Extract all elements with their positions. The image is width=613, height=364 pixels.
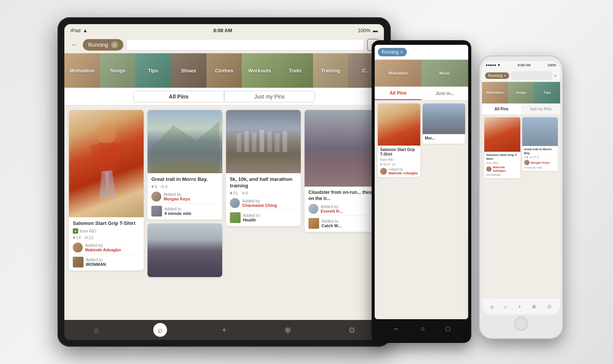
category-motivation-bg: Motivation xyxy=(64,53,100,88)
android-cat-music[interactable]: Music xyxy=(421,60,468,87)
pin-card-marathon[interactable]: 5k, 10k, and half marathon training ♥ 51… xyxy=(226,110,301,226)
pin-card-trail[interactable]: Great trail in Morro Bay. ♥ 9 ⟳ 4 Added … xyxy=(148,110,222,220)
svg-rect-17 xyxy=(283,131,287,152)
android-bottom-nav: ← ○ □ xyxy=(375,319,468,338)
android-grid: Salomon Start Grip T-Shirt from REI ♥ 33… xyxy=(375,100,468,319)
android-card-mor[interactable]: Mor... xyxy=(423,103,465,144)
scene: iPad ▲ 8:08 AM 100% ▬ ← Running × xyxy=(38,10,575,354)
pin-adder-marathon: Added by Charmaine Ching xyxy=(230,198,297,208)
pin-board-trail: Added to 4 minute mile xyxy=(151,203,218,216)
board-info-marathon: Added to Health xyxy=(243,213,260,222)
iphone-search-button[interactable]: ⌕ xyxy=(504,303,507,310)
board-thumb-road xyxy=(308,218,319,229)
android-tab-just-my[interactable]: Just m... xyxy=(421,87,468,100)
home-button[interactable]: ⌂ xyxy=(89,323,103,337)
iphone-adder-name-tshirt: Makinde Adeagbo xyxy=(493,166,518,172)
iphone-plus-button[interactable]: + xyxy=(554,72,557,79)
iphone-card-tshirt[interactable]: Salomon Start Grip T-Shirt from REI Maki… xyxy=(484,117,520,178)
iphone-adder-name-trail: Morgan Keys xyxy=(531,161,550,164)
url-input[interactable] xyxy=(126,39,364,51)
category-tips[interactable]: Tips xyxy=(135,53,171,88)
iphone-home-button[interactable]: ⌂ xyxy=(490,303,493,310)
iphone-physical-home-button[interactable] xyxy=(514,317,528,331)
pin-repins-trail: ⟳ 4 xyxy=(161,184,167,189)
android-card-stats-tshirt: ♥ 33 ⟳ 12 xyxy=(380,162,418,166)
category-motivation[interactable]: Motivation xyxy=(64,53,100,88)
category-songs[interactable]: Songs xyxy=(100,53,136,88)
iphone-cat-motivation[interactable]: Motivation xyxy=(482,82,508,103)
category-clothes[interactable]: Clothes xyxy=(207,53,242,88)
pin-likes-trail: ♥ 9 xyxy=(151,184,157,189)
category-shoes[interactable]: Shoes xyxy=(171,53,207,88)
android-device: Running × Motivation Music All Pins xyxy=(372,40,471,343)
tablet-screen: iPad ▲ 8:08 AM 100% ▬ ← Running × xyxy=(64,24,384,340)
pin-info-marathon: 5k, 10k, and half marathon training ♥ 51… xyxy=(226,173,301,226)
tab-just-my-pins[interactable]: Just my Pins xyxy=(224,91,315,102)
iphone-tab-all-pins[interactable]: All Pins xyxy=(482,103,521,115)
iphone-col-1: Salomon Start Grip T-Shirt from REI Maki… xyxy=(484,117,520,295)
add-button[interactable]: + xyxy=(217,323,231,337)
iphone-activity-button[interactable]: ⊕ xyxy=(532,303,536,310)
iphone-card-sub-tshirt: from REI xyxy=(486,161,518,165)
search-tag-pill[interactable]: Running × xyxy=(83,39,123,51)
search-tag-label: Running xyxy=(88,42,108,48)
pin-image-trail xyxy=(148,110,222,173)
board-info-trail: Added to 4 minute mile xyxy=(164,207,191,216)
profile-button[interactable]: ⊙ xyxy=(345,323,359,337)
close-tag-button[interactable]: × xyxy=(111,41,118,48)
tablet-statusbar: iPad ▲ 8:08 AM 100% ▬ xyxy=(64,24,384,36)
android-back-button[interactable]: ← xyxy=(393,325,400,333)
android-search-tag[interactable]: Running × xyxy=(378,48,407,56)
android-card-title-tshirt: Salomon Start Grip T-Shirt xyxy=(380,148,418,157)
iphone-board-trail: 4 minute mile xyxy=(524,166,556,169)
iphone-card-trail[interactable]: Great trail in Morro Bay. 4 ♥ 11 ⟳ 6 Mor… xyxy=(522,117,558,171)
pin-grid: Salomon Start Grip T-Shirt ▲ from REI ♥ … xyxy=(64,105,384,320)
iphone-add-button[interactable]: + xyxy=(518,303,521,310)
category-training[interactable]: Training xyxy=(313,53,349,88)
android-category-row: Motivation Music xyxy=(375,60,468,87)
android-tab-all-pins[interactable]: All Pins xyxy=(375,87,421,100)
category-workouts[interactable]: Workouts xyxy=(242,53,277,88)
pin-card-runner2[interactable] xyxy=(148,223,222,277)
adder-info-trail: Added by Morgan Keys xyxy=(164,192,190,201)
android-col-2: Mor... xyxy=(423,103,465,316)
category-trails[interactable]: Trails xyxy=(277,53,313,88)
iphone-search-input[interactable] xyxy=(511,71,552,80)
tab-all-pins[interactable]: All Pins xyxy=(133,91,224,102)
statusbar-right: 100% ▬ xyxy=(358,28,378,33)
search-button[interactable]: ⌕ xyxy=(153,323,167,337)
pin-adder-trail: Added by Morgan Keys xyxy=(151,192,218,202)
android-menu-button[interactable]: □ xyxy=(446,325,450,333)
pin-info-road: Cloudster from on-run... these on the tr… xyxy=(305,187,379,232)
iphone-search-tag[interactable]: Running × xyxy=(485,72,509,79)
iphone-cat-songs[interactable]: Songs xyxy=(508,82,534,103)
back-button[interactable]: ← xyxy=(69,39,80,50)
pin-card-road[interactable]: Cloudster from on-run... these on the tr… xyxy=(305,110,379,232)
android-card-info-mor: Mor... xyxy=(423,134,465,144)
iphone-tab-just-my[interactable]: Just my Pins xyxy=(521,103,560,115)
board-thumb-marathon xyxy=(230,212,241,223)
android-card-tshirt[interactable]: Salomon Start Grip T-Shirt from REI ♥ 33… xyxy=(378,103,420,177)
android-cat-motivation[interactable]: Motivation xyxy=(375,60,421,87)
adder-info-marathon: Added by Charmaine Ching xyxy=(242,198,277,208)
battery-percent: 100% xyxy=(358,28,370,33)
svg-rect-13 xyxy=(252,132,257,152)
android-pin-image-mor xyxy=(423,103,465,134)
adder-avatar xyxy=(73,243,83,253)
android-urlbar: Running × xyxy=(375,45,468,60)
android-adder-text-tshirt: Added by Makinde Adeagbo xyxy=(388,167,418,175)
category-trails-bg: Trails xyxy=(277,53,313,88)
iphone-urlbar: Running × + xyxy=(482,69,560,82)
pin-board-road: Added to Catch M... xyxy=(308,215,375,229)
pin-card-tshirt[interactable]: Salomon Start Grip T-Shirt ▲ from REI ♥ … xyxy=(69,110,144,271)
activity-button[interactable]: ⊕ xyxy=(281,323,295,337)
pin-info-tshirt: Salomon Start Grip T-Shirt ▲ from REI ♥ … xyxy=(69,217,144,271)
iphone-pin-image-runner xyxy=(484,117,520,152)
iphone-category-row: Motivation Songs Tips xyxy=(482,82,560,103)
adder-info: Added by Makinde Adeagbo xyxy=(85,243,121,252)
iphone-cat-tips[interactable]: Tips xyxy=(534,82,560,103)
tablet-device: iPad ▲ 8:08 AM 100% ▬ ← Running × xyxy=(57,17,391,347)
iphone-profile-button[interactable]: ⊙ xyxy=(547,303,552,310)
category-training-bg: Training xyxy=(313,53,349,88)
android-home-button[interactable]: ○ xyxy=(421,325,425,333)
